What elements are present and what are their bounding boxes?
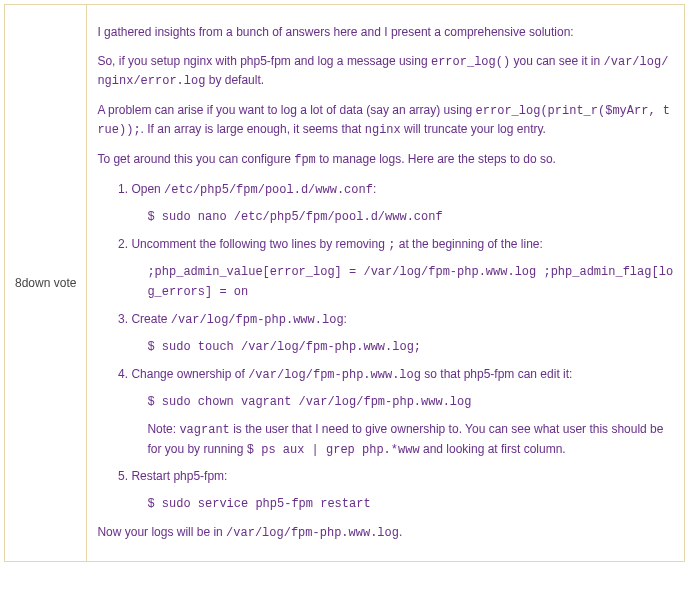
text: you can see it in bbox=[510, 54, 603, 68]
step-2: Uncomment the following two lines by rem… bbox=[131, 235, 674, 302]
text: To get around this you can configure bbox=[97, 152, 294, 166]
step-5: Restart php5-fpm: $ sudo service php5-fp… bbox=[131, 467, 674, 513]
command-block: $ sudo service php5-fpm restart bbox=[147, 494, 674, 514]
command: ;php_admin_value[error_log] = /var/log/f… bbox=[147, 265, 673, 299]
text: Uncomment the following two lines by rem… bbox=[131, 237, 388, 251]
command: $ sudo service php5-fpm restart bbox=[147, 497, 370, 511]
paragraph-4: To get around this you can configure fpm… bbox=[97, 150, 674, 170]
outro-paragraph: Now your logs will be in /var/log/fpm-ph… bbox=[97, 523, 674, 543]
answer-table: 8down vote I gathered insights from a bu… bbox=[4, 4, 685, 562]
vote-label[interactable]: down vote bbox=[22, 276, 77, 290]
inline-code: /var/log/fpm-php.www.log bbox=[226, 526, 399, 540]
text: . bbox=[399, 525, 402, 539]
inline-code: nginx bbox=[365, 123, 401, 137]
inline-code: error_log() bbox=[431, 55, 510, 69]
text: so that php5-fpm can edit it: bbox=[421, 367, 572, 381]
intro-paragraph: I gathered insights from a bunch of answ… bbox=[97, 23, 674, 42]
command: $ sudo touch /var/log/fpm-php.www.log; bbox=[147, 340, 421, 354]
text: . If an array is large enough, it seems … bbox=[141, 122, 365, 136]
command-block: $ sudo nano /etc/php5/fpm/pool.d/www.con… bbox=[147, 207, 674, 227]
command-block: ;php_admin_value[error_log] = /var/log/f… bbox=[147, 262, 674, 301]
step-1: Open /etc/php5/fpm/pool.d/www.conf: $ su… bbox=[131, 180, 674, 227]
text: Now your logs will be in bbox=[97, 525, 226, 539]
text: by default. bbox=[205, 73, 264, 87]
step-4: Change ownership of /var/log/fpm-php.www… bbox=[131, 365, 674, 459]
command-block: $ sudo chown vagrant /var/log/fpm-php.ww… bbox=[147, 392, 674, 412]
text: Change ownership of bbox=[131, 367, 248, 381]
inline-code: $ ps aux | grep php.*www bbox=[247, 443, 420, 457]
text: : bbox=[344, 312, 347, 326]
paragraph-3: A problem can arise if you want to log a… bbox=[97, 101, 674, 140]
text: Create bbox=[131, 312, 170, 326]
text: Restart php5-fpm: bbox=[131, 469, 227, 483]
command-block: $ sudo touch /var/log/fpm-php.www.log; bbox=[147, 337, 674, 357]
text: A problem can arise if you want to log a… bbox=[97, 103, 475, 117]
inline-code: fpm bbox=[294, 153, 316, 167]
answer-body: I gathered insights from a bunch of answ… bbox=[87, 5, 685, 562]
inline-code: /var/log/fpm-php.www.log bbox=[171, 313, 344, 327]
steps-list: Open /etc/php5/fpm/pool.d/www.conf: $ su… bbox=[97, 180, 674, 514]
vote-count: 8 bbox=[15, 276, 22, 290]
command: $ sudo chown vagrant /var/log/fpm-php.ww… bbox=[147, 395, 471, 409]
text: So, if you setup nginx with php5-fpm and… bbox=[97, 54, 431, 68]
vote-cell: 8down vote bbox=[5, 5, 87, 562]
text: will truncate your log entry. bbox=[401, 122, 546, 136]
text: : bbox=[373, 182, 376, 196]
inline-code: /etc/php5/fpm/pool.d/www.conf bbox=[164, 183, 373, 197]
step-3: Create /var/log/fpm-php.www.log: $ sudo … bbox=[131, 310, 674, 357]
text: Note: bbox=[147, 422, 179, 436]
text: at the beginning of the line: bbox=[395, 237, 542, 251]
inline-code: /var/log/fpm-php.www.log bbox=[248, 368, 421, 382]
command: $ sudo nano /etc/php5/fpm/pool.d/www.con… bbox=[147, 210, 442, 224]
paragraph-2: So, if you setup nginx with php5-fpm and… bbox=[97, 52, 674, 91]
text: to manage logs. Here are the steps to do… bbox=[316, 152, 556, 166]
note-block: Note: vagrant is the user that I need to… bbox=[147, 420, 674, 459]
inline-code: vagrant bbox=[179, 423, 229, 437]
text: and looking at first column. bbox=[420, 442, 566, 456]
text: Open bbox=[131, 182, 164, 196]
